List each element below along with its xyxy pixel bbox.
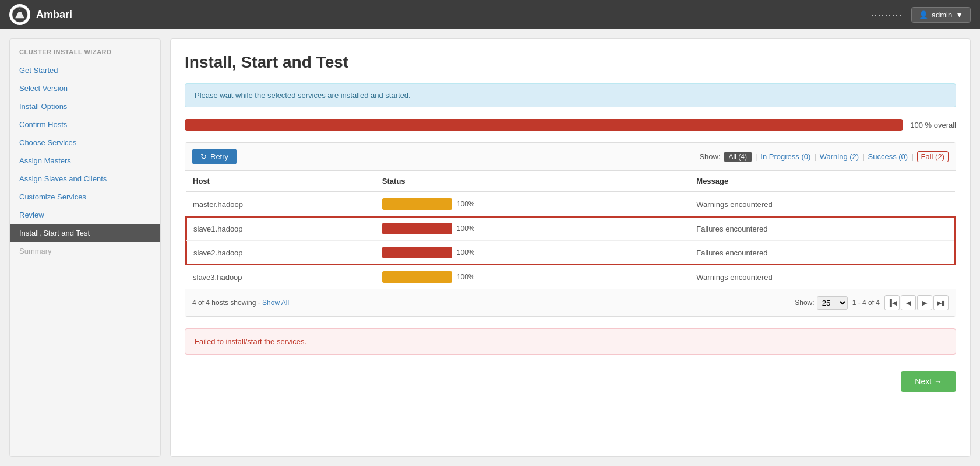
table-row: master.hadoop100%Warnings encountered (186, 192, 955, 216)
sidebar-item-customize-services[interactable]: Customize Services (10, 188, 160, 206)
sidebar-item-select-version[interactable]: Select Version (10, 79, 160, 97)
user-icon: 👤 (919, 10, 928, 19)
col-status: Status (375, 171, 689, 192)
status-cell: 100% (375, 192, 689, 216)
brand: Ambari (9, 4, 72, 25)
show-select: Show: 25 50 100 (795, 296, 847, 310)
error-banner: Failed to install/start the services. (185, 328, 956, 355)
pagination-controls: Show: 25 50 100 1 - 4 of 4 ▐◀ ◀ ▶ ▶▮ (795, 295, 949, 310)
brand-name: Ambari (36, 9, 72, 21)
status-cell: 100% (375, 241, 689, 265)
caret-icon: ▼ (956, 10, 963, 19)
col-message: Message (689, 171, 955, 192)
hosts-showing-info: 4 of 4 hosts showing - Show All (192, 299, 289, 307)
table-toolbar: ↻ Retry Show: All (4) | In Progress (0) … (185, 143, 956, 171)
navbar-right: ⋯⋯⋯ 👤 admin ▼ (870, 7, 971, 23)
sidebar-item-review[interactable]: Review (10, 206, 160, 224)
message-cell: Failures encountered (689, 216, 955, 241)
pager-first-btn[interactable]: ▐◀ (884, 295, 900, 310)
table-row: slave1.hadoop100%Failures encountered (186, 216, 955, 241)
page-info: 1 - 4 of 4 (852, 299, 880, 307)
hosts-table: Host Status Message master.hadoop100%War… (185, 171, 956, 289)
message-cell: Failures encountered (689, 241, 955, 265)
overall-percent-label: 100 % overall (910, 121, 956, 129)
pager-buttons: ▐◀ ◀ ▶ ▶▮ (884, 295, 949, 310)
filter-success[interactable]: Success (0) (868, 152, 908, 161)
sidebar-item-get-started[interactable]: Get Started (10, 61, 160, 79)
sidebar-item-assign-slaves[interactable]: Assign Slaves and Clients (10, 170, 160, 188)
overall-progress-bar-fill (185, 119, 903, 131)
host-cell: slave2.hadoop (186, 241, 375, 265)
info-message: Please wait while the selected services … (195, 91, 411, 100)
dash-sep: - (258, 299, 262, 307)
content-area: Install, Start and Test Please wait whil… (170, 38, 971, 457)
navbar: Ambari ⋯⋯⋯ 👤 admin ▼ (0, 0, 980, 29)
sidebar-item-assign-masters[interactable]: Assign Masters (10, 152, 160, 170)
svg-point-2 (19, 9, 22, 12)
filter-warning[interactable]: Warning (2) (820, 152, 859, 161)
admin-label: admin (932, 10, 952, 19)
retry-label: Retry (210, 152, 228, 161)
status-cell: 100% (375, 216, 689, 241)
show-all-link[interactable]: Show All (262, 299, 289, 307)
retry-button[interactable]: ↻ Retry (192, 149, 237, 164)
filter-all[interactable]: All (4) (724, 152, 752, 162)
pager-last-btn[interactable]: ▶▮ (933, 295, 949, 310)
retry-icon: ↻ (200, 152, 207, 161)
filter-in-progress[interactable]: In Progress (0) (760, 152, 810, 161)
host-cell: slave1.hadoop (186, 216, 375, 241)
hosts-table-container: ↻ Retry Show: All (4) | In Progress (0) … (185, 142, 956, 317)
col-host: Host (186, 171, 375, 192)
sidebar-item-confirm-hosts[interactable]: Confirm Hosts (10, 115, 160, 134)
main-layout: CLUSTER INSTALL WIZARD Get StartedSelect… (0, 29, 980, 466)
host-cell: master.hadoop (186, 192, 375, 216)
error-message: Failed to install/start the services. (195, 337, 306, 346)
admin-button[interactable]: 👤 admin ▼ (911, 7, 971, 23)
status-cell: 100% (375, 265, 689, 289)
pager-prev-btn[interactable]: ◀ (901, 295, 916, 310)
table-row: slave2.hadoop100%Failures encountered (186, 241, 955, 265)
message-cell: Warnings encountered (689, 192, 955, 216)
sidebar: CLUSTER INSTALL WIZARD Get StartedSelect… (9, 38, 161, 457)
table-row: slave3.hadoop100%Warnings encountered (186, 265, 955, 289)
sidebar-item-choose-services[interactable]: Choose Services (10, 134, 160, 152)
sidebar-item-summary: Summary (10, 242, 160, 260)
show-count-select[interactable]: 25 50 100 (817, 296, 848, 310)
hosts-showing-text: 4 of 4 hosts showing (192, 299, 256, 307)
show-label: Show: (795, 299, 814, 307)
page-title: Install, Start and Test (185, 53, 956, 72)
sidebar-item-install-start-test[interactable]: Install, Start and Test (10, 224, 160, 242)
bottom-bar: Next → (185, 366, 956, 392)
host-cell: slave3.hadoop (186, 265, 375, 289)
next-button[interactable]: Next → (901, 371, 956, 392)
info-banner: Please wait while the selected services … (185, 83, 956, 107)
sidebar-title: CLUSTER INSTALL WIZARD (10, 48, 160, 61)
table-footer: 4 of 4 hosts showing - Show All Show: 25… (185, 289, 956, 316)
table-header-row: Host Status Message (186, 171, 955, 192)
overall-progress-bar-container (185, 119, 903, 131)
next-label: Next → (915, 377, 942, 386)
message-cell: Warnings encountered (689, 265, 955, 289)
overall-progress-row: 100 % overall (185, 119, 956, 131)
grid-icon[interactable]: ⋯⋯⋯ (870, 8, 902, 21)
filter-fail[interactable]: Fail (2) (917, 151, 949, 162)
pager-next-btn[interactable]: ▶ (917, 295, 932, 310)
filter-row: Show: All (4) | In Progress (0) | Warnin… (699, 151, 949, 162)
show-label: Show: (699, 152, 720, 161)
ambari-logo (9, 4, 30, 25)
sidebar-item-install-options[interactable]: Install Options (10, 97, 160, 115)
